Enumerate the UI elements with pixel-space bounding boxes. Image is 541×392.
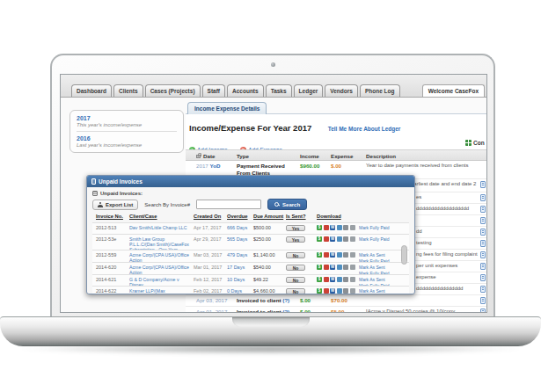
year-link-2017[interactable]: 2017 <box>77 115 177 121</box>
help-question-link[interactable]: (?) <box>282 309 289 313</box>
word-icon[interactable]: W <box>330 236 335 242</box>
note-icon[interactable] <box>480 251 486 258</box>
nav-tab-accounts[interactable]: Accounts <box>227 84 264 97</box>
dollar-icon[interactable]: $ <box>317 277 322 282</box>
sidebar-item-2016[interactable]: 2016 Last year's income/expense <box>77 135 177 148</box>
word-icon[interactable]: W <box>330 225 335 230</box>
printer-icon[interactable] <box>343 277 348 282</box>
search-button[interactable]: Search <box>267 199 307 210</box>
copy-icon[interactable] <box>350 236 355 242</box>
word-icon[interactable]: W <box>330 265 335 270</box>
note-icon[interactable] <box>480 286 486 293</box>
note-icon[interactable] <box>480 194 486 201</box>
column-download[interactable]: Download <box>317 214 341 219</box>
nav-tab-phone-log[interactable]: Phone Log <box>360 84 400 97</box>
printer-icon[interactable] <box>343 288 348 294</box>
cell-client-case[interactable]: Kramer LLP/(Max Kramer)/CaseFox Subscrip… <box>129 288 191 294</box>
mark-fully-paid-link[interactable]: Mark Fully Paid <box>359 225 389 231</box>
cell-invoice-no: 2014-620 <box>96 265 116 270</box>
printer-icon[interactable] <box>343 265 348 270</box>
overdue-link[interactable]: 565 Days <box>227 236 247 242</box>
column-due-amount[interactable]: Due Amount <box>253 214 283 219</box>
note-icon[interactable] <box>480 297 486 304</box>
overdue-link[interactable]: 0 Days <box>227 288 242 294</box>
nav-tab-cases[interactable]: Cases (Projects) <box>145 84 201 97</box>
ledger-help-link[interactable]: Tell Me More About Ledger <box>328 126 401 132</box>
column-created-on[interactable]: Created On <box>194 214 221 219</box>
yod-link[interactable]: YoD <box>210 163 221 169</box>
nav-tab-vendors[interactable]: Vendors <box>325 84 358 97</box>
cell-created-on: Apr 29, 2017 <box>194 236 222 242</box>
column-client-case[interactable]: Client/Case <box>129 214 157 219</box>
welcome-menu[interactable]: Welcome CaseFox <box>422 84 485 97</box>
overdue-link[interactable]: 10 Days <box>227 277 245 282</box>
view-icon[interactable] <box>337 236 342 242</box>
pdf-icon[interactable] <box>324 288 329 294</box>
help-question-link[interactable]: (?) <box>282 297 289 303</box>
cell-income: $960.00 <box>300 163 319 169</box>
view-icon[interactable] <box>337 265 342 270</box>
pdf-icon[interactable] <box>324 277 329 282</box>
dollar-icon[interactable]: $ <box>317 288 322 294</box>
nav-tab-staff[interactable]: Staff <box>202 84 225 97</box>
dollar-icon[interactable]: $ <box>317 265 322 270</box>
nav-tab-dashboard[interactable]: Dashboard <box>71 84 112 97</box>
overdue-link[interactable]: 479 Days <box>227 252 247 258</box>
note-icon[interactable] <box>480 263 486 270</box>
export-list-button[interactable]: Export List <box>92 200 138 210</box>
dollar-icon[interactable]: $ <box>317 236 322 242</box>
dollar-icon[interactable]: $ <box>317 225 322 230</box>
invoice-row: 2014-622 Kramer LLP/(Max Kramer)/CaseFox… <box>92 286 409 294</box>
column-overdue[interactable]: Overdue <box>227 214 248 219</box>
copy-icon[interactable] <box>350 288 355 294</box>
scrollbar-thumb[interactable] <box>401 245 407 265</box>
word-icon[interactable]: W <box>330 277 335 282</box>
note-icon[interactable] <box>480 274 486 281</box>
laptop-base <box>0 316 541 346</box>
pdf-icon[interactable] <box>324 225 329 230</box>
pdf-icon[interactable] <box>324 265 329 270</box>
pdf-icon[interactable] <box>324 252 329 258</box>
printer-icon[interactable] <box>343 252 348 258</box>
year-link-2016[interactable]: 2016 <box>77 135 177 142</box>
view-icon[interactable] <box>337 225 342 230</box>
column-invoice-no[interactable]: Invoice No. <box>96 214 123 219</box>
mark-fully-paid-link[interactable]: Mark Fully Paid <box>359 236 389 243</box>
view-icon[interactable] <box>337 277 342 282</box>
nav-tab-ledger[interactable]: Ledger <box>294 84 324 97</box>
view-icon[interactable] <box>337 252 342 258</box>
dialog-titlebar[interactable]: Unpaid Invoices <box>87 176 414 187</box>
word-icon[interactable]: W <box>330 288 335 294</box>
invoice-row: 2012-53e Smith Law Group P.L.L.C/(Dan Sm… <box>92 234 409 250</box>
note-icon[interactable] <box>480 217 486 224</box>
copy-icon[interactable] <box>350 277 355 282</box>
overdue-link[interactable]: 17 Days <box>227 265 245 270</box>
mark-fully-paid-link[interactable]: Mark Fully Paid <box>359 294 389 295</box>
pdf-icon[interactable] <box>324 236 329 242</box>
note-icon[interactable] <box>480 229 486 236</box>
tab-income-expense-details[interactable]: Income Expense Details <box>187 102 267 114</box>
printer-icon[interactable] <box>343 236 348 242</box>
view-icon[interactable] <box>337 288 342 294</box>
note-icon[interactable] <box>480 240 486 247</box>
overdue-link[interactable]: 666 Days <box>227 225 247 230</box>
column-is-sent[interactable]: Is Sent? <box>286 214 306 219</box>
note-icon[interactable] <box>480 206 486 213</box>
dollar-icon[interactable]: $ <box>317 252 322 258</box>
copy-icon[interactable] <box>350 252 355 258</box>
cell-client-case[interactable]: Dav Smith/Little Champ LLC <box>129 225 191 230</box>
nav-tab-clients[interactable]: Clients <box>113 84 143 97</box>
convert-label: Con <box>473 140 485 146</box>
copy-icon[interactable] <box>350 265 355 270</box>
note-icon[interactable] <box>480 309 486 313</box>
word-icon[interactable]: W <box>330 252 335 258</box>
convert-export-button[interactable]: Con <box>465 140 485 146</box>
nav-tab-tasks[interactable]: Tasks <box>266 84 292 97</box>
printer-icon[interactable] <box>343 225 348 230</box>
invoice-search-input[interactable] <box>196 200 261 209</box>
cell-due-amount: $4,660.00 <box>253 288 274 294</box>
copy-icon[interactable] <box>350 225 355 230</box>
note-icon[interactable] <box>480 181 486 188</box>
sidebar-item-2017[interactable]: 2017 This year's income/expense <box>77 115 177 127</box>
hinge-notch <box>232 317 310 327</box>
